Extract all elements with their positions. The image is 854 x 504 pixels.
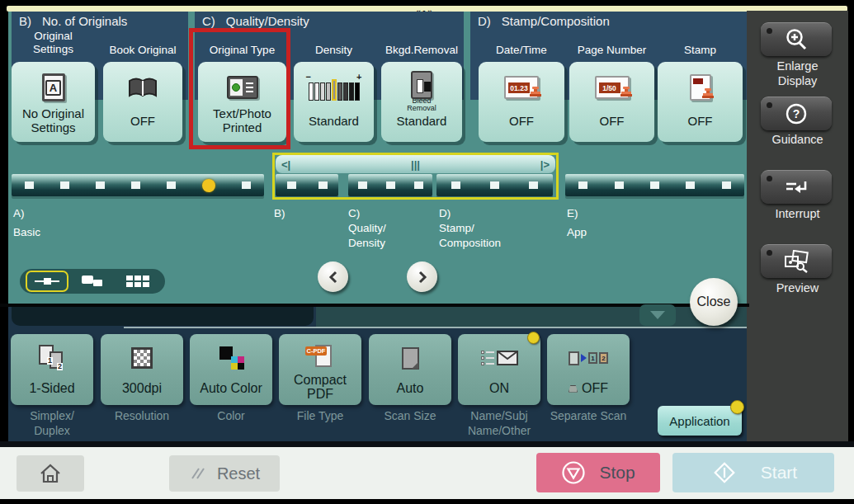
slider-right-arrow-icon[interactable]: |> (540, 158, 550, 171)
current-position-marker (202, 179, 215, 192)
stop-button[interactable]: Stop (536, 453, 660, 492)
filmstrip-view-icon (35, 276, 59, 286)
slider-left-arrow-icon[interactable]: <| (281, 158, 290, 171)
book-original-button[interactable]: OFF (103, 62, 182, 142)
collapse-panel-button[interactable] (639, 304, 676, 326)
next-arrow-button[interactable] (407, 261, 437, 292)
mail-list-icon (481, 351, 518, 365)
guidance-button[interactable]: ? (761, 97, 832, 130)
label-stamp: Stamp (658, 44, 743, 57)
grid-view-icon (126, 276, 149, 287)
led-dot (767, 102, 772, 108)
interrupt-icon (783, 178, 809, 196)
resolution-button[interactable]: 300dpi (101, 334, 183, 405)
page-number-icon: 1/50 (595, 76, 630, 99)
separate-scan-label: Separate Scan (531, 409, 646, 424)
simplex-duplex-value: 1-Sided (29, 375, 74, 405)
view-mode-grid[interactable] (116, 271, 159, 292)
feature-marker (242, 181, 251, 189)
feature-marker (722, 181, 731, 189)
application-changed-indicator (730, 400, 744, 414)
led-dot (767, 250, 772, 256)
original-settings-value: No Original Settings (12, 106, 95, 142)
filmstrip-bar-app[interactable] (565, 174, 744, 196)
label-date-time: Date/Time (479, 44, 564, 57)
prev-arrow-button[interactable] (318, 261, 348, 292)
home-button[interactable] (17, 455, 84, 492)
reset-label: Reset (217, 464, 260, 483)
file-type-button[interactable]: C-PDF Compact PDF (279, 334, 361, 405)
close-button[interactable]: Close (690, 278, 738, 326)
bleed-removal-sub-label: Bleed Removal (407, 97, 436, 113)
filmstrip-label-a: A) (13, 206, 25, 221)
enlarge-display-button[interactable] (761, 22, 832, 56)
label-page-number: Page Number (569, 44, 654, 57)
name-subject-button[interactable]: ON (458, 334, 540, 405)
pdf-tag-label: C-PDF (305, 346, 327, 356)
section-prefix: D) (478, 14, 491, 28)
filmstrip-name-basic: Basic (13, 225, 40, 240)
book-icon (126, 69, 159, 106)
start-label: Start (761, 463, 797, 483)
separate-scan-value: OFF (582, 381, 608, 396)
enlarge-display-label: Enlarge Display (747, 59, 848, 88)
preview-icon (782, 250, 810, 273)
feature-marker (131, 181, 140, 189)
filmstrip-name-app: App (567, 225, 587, 240)
stamp-button[interactable]: OFF (658, 62, 743, 142)
feature-marker (578, 181, 587, 189)
bkgd-removal-button[interactable]: Bleed Removal Standard (381, 62, 462, 142)
chevron-left-icon (328, 271, 338, 284)
bkgd-removal-value: Standard (397, 113, 447, 134)
date-badge: 01.23 (508, 82, 530, 93)
bleed-removal-icon (411, 71, 432, 99)
filmstrip-slider-handle[interactable]: <| ||| |> (276, 155, 555, 173)
page-number-button[interactable]: 1/50 OFF (569, 62, 654, 142)
view-mode-filmstrip[interactable] (26, 271, 68, 292)
view-mode-list[interactable] (71, 271, 114, 292)
start-button[interactable]: Start (672, 453, 834, 492)
chevron-down-icon (650, 311, 665, 319)
page-icon (402, 347, 419, 370)
background-tab-shadow (12, 307, 314, 326)
color-squares-icon (218, 346, 244, 370)
feature-marker (686, 181, 695, 189)
reset-button[interactable]: Reset (169, 455, 280, 492)
date-time-button[interactable]: 01.23 OFF (479, 62, 564, 142)
interrupt-label: Interrupt (747, 206, 848, 221)
density-button[interactable]: − + Standard (294, 62, 374, 142)
scan-size-button[interactable]: Auto (369, 334, 451, 405)
date-stamp-icon: 01.23 (504, 76, 539, 99)
compact-pdf-icon: C-PDF (305, 344, 335, 369)
filmstrip-label-c: C) (348, 206, 360, 221)
density-value: Standard (309, 106, 359, 142)
color-button[interactable]: Auto Color (190, 334, 272, 405)
reset-slashes-icon (189, 465, 207, 482)
application-button[interactable]: Application (658, 406, 742, 436)
chevron-right-icon (418, 271, 427, 284)
color-value: Auto Color (200, 375, 262, 405)
stop-label: Stop (599, 463, 635, 483)
filmstrip-name-quality: Quality/ Density (348, 221, 386, 250)
separate-scan-button[interactable]: 12 OFF (547, 334, 630, 405)
page-number-badge: 1/50 (599, 82, 620, 93)
feature-marker (167, 181, 176, 189)
view-mode-selector (20, 269, 165, 294)
section-header-c: C) Quality/Density (195, 12, 464, 28)
bottom-divider (0, 441, 854, 447)
stamp-value: OFF (688, 106, 713, 142)
original-settings-button[interactable]: A No Original Settings (12, 62, 95, 142)
preview-button[interactable] (761, 244, 832, 278)
feature-marker (60, 181, 69, 189)
book-original-value: OFF (130, 106, 155, 142)
stop-icon (561, 460, 586, 485)
interrupt-button[interactable] (761, 170, 832, 204)
simplex-duplex-button[interactable]: 12 1-Sided (11, 334, 93, 405)
svg-text:?: ? (793, 107, 800, 120)
start-icon (710, 458, 739, 488)
section-header-b: B) No. of Originals (12, 12, 188, 28)
panel-divider (0, 304, 749, 307)
home-icon (36, 461, 64, 486)
filmstrip-bar-basic[interactable] (12, 174, 264, 196)
scan-size-value: Auto (397, 375, 424, 405)
